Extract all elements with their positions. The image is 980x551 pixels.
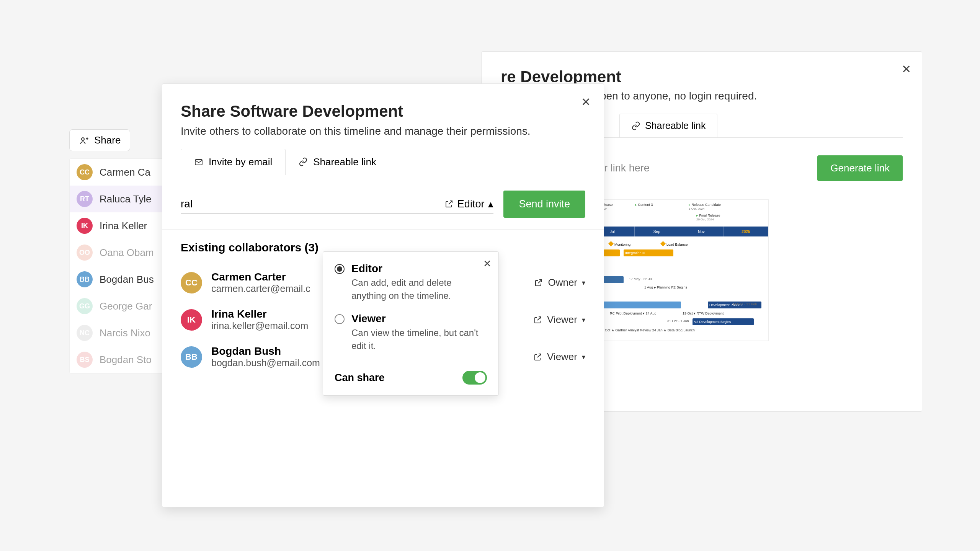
tab-label: Shareable link bbox=[313, 156, 376, 168]
tab-invite-email[interactable]: Invite by email bbox=[181, 149, 286, 175]
generate-link-button[interactable]: Generate link bbox=[817, 155, 903, 181]
chevron-down-icon: ▾ bbox=[582, 353, 585, 361]
avatar: CC bbox=[181, 272, 202, 293]
can-share-label: Can share bbox=[335, 372, 385, 384]
suggestion-name: Narcis Nixo bbox=[100, 327, 150, 339]
permission-title: Editor bbox=[351, 262, 487, 275]
share-icon bbox=[79, 135, 90, 146]
permission-option[interactable]: EditorCan add, edit and delete anything … bbox=[335, 262, 487, 302]
external-icon bbox=[533, 315, 542, 324]
role-label: Viewer bbox=[547, 314, 577, 326]
share-button-label: Share bbox=[94, 134, 121, 146]
chevron-down-icon: ▾ bbox=[582, 316, 585, 324]
close-icon[interactable]: ✕ bbox=[581, 95, 591, 109]
tab-shareable-link[interactable]: Shareable link bbox=[619, 114, 717, 137]
permission-title: Viewer bbox=[351, 313, 487, 325]
avatar: NC bbox=[77, 325, 93, 341]
role-label: Owner bbox=[548, 277, 577, 289]
suggestion-name: George Gar bbox=[100, 300, 152, 312]
send-invite-button[interactable]: Send invite bbox=[503, 191, 585, 218]
share-button[interactable]: Share bbox=[69, 129, 130, 151]
avatar: BB bbox=[77, 271, 93, 287]
chevron-down-icon: ▾ bbox=[582, 279, 585, 287]
external-icon bbox=[534, 278, 543, 287]
collaborator-email: carmen.carter@email.c bbox=[211, 283, 310, 294]
collaborator-role-select[interactable]: Viewer▾ bbox=[533, 314, 585, 326]
collaborator-role-select[interactable]: Owner▾ bbox=[534, 277, 585, 289]
role-label: Viewer bbox=[547, 351, 577, 363]
avatar: BB bbox=[181, 346, 202, 368]
permission-desc: Can view the timeline, but can't edit it… bbox=[351, 326, 487, 352]
radio-icon bbox=[335, 314, 345, 324]
collaborator-name: Bogdan Bush bbox=[211, 345, 320, 357]
avatar: OO bbox=[77, 245, 93, 261]
suggestion-name: Bogdan Sto bbox=[100, 354, 152, 366]
avatar: RT bbox=[77, 191, 93, 207]
collaborator-name: Irina Keller bbox=[211, 308, 308, 320]
suggestion-name: Carmen Ca bbox=[100, 166, 150, 178]
suggestion-name: Bogdan Bus bbox=[100, 274, 154, 285]
collaborator-role-select[interactable]: Viewer▾ bbox=[533, 351, 585, 363]
modal-subtitle: Invite others to collaborate on this tim… bbox=[181, 125, 585, 137]
avatar: IK bbox=[77, 218, 93, 234]
permission-desc: Can add, edit and delete anything on the… bbox=[351, 276, 487, 302]
collaborator-info: Bogdan Bushbogdan.bush@email.com bbox=[211, 345, 320, 368]
can-share-toggle[interactable] bbox=[462, 371, 487, 385]
svg-point-0 bbox=[82, 138, 84, 140]
collaborator-email: bogdan.bush@email.com bbox=[211, 357, 320, 368]
avatar: BS bbox=[77, 352, 93, 368]
avatar: IK bbox=[181, 309, 202, 331]
suggestion-name: Irina Keller bbox=[100, 220, 147, 232]
collaborator-name: Carmen Carter bbox=[211, 271, 310, 283]
role-select-label: Editor bbox=[457, 198, 485, 210]
suggestion-name: Oana Obam bbox=[100, 247, 154, 259]
chevron-up-icon: ▴ bbox=[488, 198, 493, 210]
invite-email-input[interactable] bbox=[181, 198, 444, 210]
link-icon bbox=[299, 157, 308, 166]
collaborator-info: Carmen Cartercarmen.carter@email.c bbox=[211, 271, 310, 294]
collaborator-email: irina.keller@email.com bbox=[211, 320, 308, 331]
close-icon[interactable]: ✕ bbox=[483, 258, 492, 270]
permission-popover: ✕ EditorCan add, edit and delete anythin… bbox=[323, 251, 499, 396]
avatar: GG bbox=[77, 298, 93, 314]
collaborator-info: Irina Kelleririna.keller@email.com bbox=[211, 308, 308, 331]
mail-icon bbox=[194, 158, 203, 167]
modal-title: Share Software Development bbox=[181, 102, 585, 121]
external-icon bbox=[533, 352, 542, 362]
radio-icon bbox=[335, 264, 345, 274]
external-icon bbox=[444, 199, 454, 209]
tab-shareable-link[interactable]: Shareable link bbox=[286, 149, 389, 175]
link-icon bbox=[631, 121, 640, 130]
avatar: CC bbox=[77, 164, 93, 180]
tab-label: Shareable link bbox=[645, 120, 706, 131]
role-select[interactable]: Editor ▴ bbox=[444, 198, 494, 210]
tab-label: Invite by email bbox=[209, 156, 272, 168]
suggestion-name: Raluca Tyle bbox=[100, 193, 151, 205]
permission-option[interactable]: ViewerCan view the timeline, but can't e… bbox=[335, 313, 487, 352]
close-icon[interactable]: ✕ bbox=[902, 62, 911, 76]
